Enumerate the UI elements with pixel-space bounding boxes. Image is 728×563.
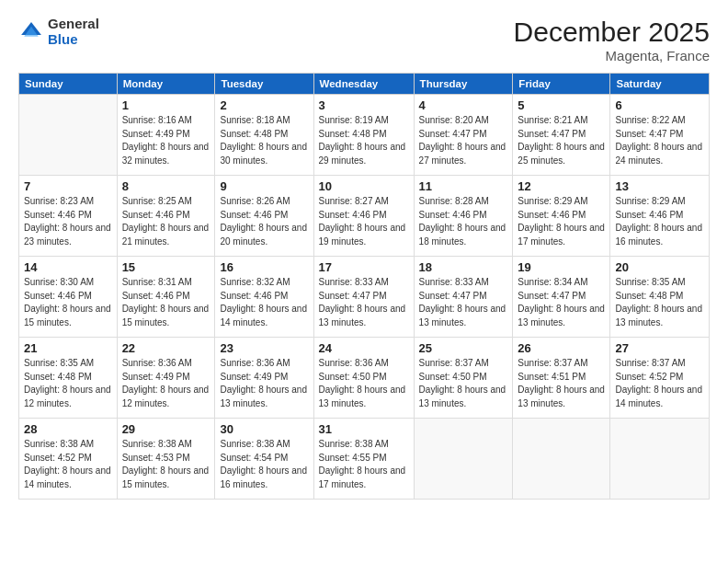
day-info: Sunrise: 8:26 AM Sunset: 4:46 PM Dayligh… <box>220 195 308 248</box>
day-info: Sunrise: 8:18 AM Sunset: 4:48 PM Dayligh… <box>220 114 308 167</box>
header: General Blue December 2025 Magenta, Fran… <box>18 17 710 63</box>
table-row: 6Sunrise: 8:22 AM Sunset: 4:47 PM Daylig… <box>610 95 710 176</box>
day-number: 27 <box>615 341 704 355</box>
table-row: 15Sunrise: 8:31 AM Sunset: 4:46 PM Dayli… <box>117 257 215 338</box>
day-number: 8 <box>122 179 210 193</box>
day-info: Sunrise: 8:20 AM Sunset: 4:47 PM Dayligh… <box>419 114 508 167</box>
day-number: 18 <box>419 260 508 274</box>
day-number: 3 <box>319 98 409 112</box>
day-number: 7 <box>24 179 112 193</box>
table-row <box>414 419 513 500</box>
table-row: 26Sunrise: 8:37 AM Sunset: 4:51 PM Dayli… <box>513 338 610 419</box>
table-row <box>19 95 118 176</box>
table-row: 27Sunrise: 8:37 AM Sunset: 4:52 PM Dayli… <box>610 338 710 419</box>
day-number: 31 <box>319 422 409 436</box>
col-friday: Friday <box>513 74 610 95</box>
col-tuesday: Tuesday <box>215 74 313 95</box>
day-info: Sunrise: 8:37 AM Sunset: 4:50 PM Dayligh… <box>419 357 508 410</box>
col-monday: Monday <box>117 74 215 95</box>
table-row: 9Sunrise: 8:26 AM Sunset: 4:46 PM Daylig… <box>215 176 313 257</box>
calendar-week-row: 21Sunrise: 8:35 AM Sunset: 4:48 PM Dayli… <box>19 338 710 419</box>
day-info: Sunrise: 8:36 AM Sunset: 4:49 PM Dayligh… <box>220 357 308 410</box>
day-number: 11 <box>419 179 508 193</box>
day-info: Sunrise: 8:28 AM Sunset: 4:46 PM Dayligh… <box>419 195 508 248</box>
calendar-table: Sunday Monday Tuesday Wednesday Thursday… <box>18 73 710 500</box>
day-number: 25 <box>419 341 508 355</box>
day-info: Sunrise: 8:38 AM Sunset: 4:55 PM Dayligh… <box>319 438 409 491</box>
day-info: Sunrise: 8:29 AM Sunset: 4:46 PM Dayligh… <box>615 195 704 248</box>
day-number: 24 <box>319 341 409 355</box>
table-row <box>513 419 610 500</box>
day-number: 28 <box>24 422 112 436</box>
logo: General Blue <box>18 17 99 47</box>
table-row: 18Sunrise: 8:33 AM Sunset: 4:47 PM Dayli… <box>414 257 513 338</box>
day-number: 13 <box>615 179 704 193</box>
day-info: Sunrise: 8:19 AM Sunset: 4:48 PM Dayligh… <box>319 114 409 167</box>
day-info: Sunrise: 8:36 AM Sunset: 4:49 PM Dayligh… <box>122 357 210 410</box>
title-area: December 2025 Magenta, France <box>514 17 710 63</box>
table-row: 20Sunrise: 8:35 AM Sunset: 4:48 PM Dayli… <box>610 257 710 338</box>
day-info: Sunrise: 8:22 AM Sunset: 4:47 PM Dayligh… <box>615 114 704 167</box>
day-info: Sunrise: 8:30 AM Sunset: 4:46 PM Dayligh… <box>24 276 112 329</box>
day-info: Sunrise: 8:27 AM Sunset: 4:46 PM Dayligh… <box>319 195 409 248</box>
day-number: 4 <box>419 98 508 112</box>
table-row: 14Sunrise: 8:30 AM Sunset: 4:46 PM Dayli… <box>19 257 118 338</box>
day-info: Sunrise: 8:31 AM Sunset: 4:46 PM Dayligh… <box>122 276 210 329</box>
day-number: 17 <box>319 260 409 274</box>
day-info: Sunrise: 8:35 AM Sunset: 4:48 PM Dayligh… <box>615 276 704 329</box>
day-number: 30 <box>220 422 308 436</box>
day-info: Sunrise: 8:23 AM Sunset: 4:46 PM Dayligh… <box>24 195 112 248</box>
page: General Blue December 2025 Magenta, Fran… <box>0 0 728 563</box>
day-info: Sunrise: 8:33 AM Sunset: 4:47 PM Dayligh… <box>419 276 508 329</box>
day-number: 12 <box>518 179 605 193</box>
day-number: 10 <box>319 179 409 193</box>
day-info: Sunrise: 8:16 AM Sunset: 4:49 PM Dayligh… <box>122 114 210 167</box>
table-row: 21Sunrise: 8:35 AM Sunset: 4:48 PM Dayli… <box>19 338 118 419</box>
day-number: 1 <box>122 98 210 112</box>
table-row: 23Sunrise: 8:36 AM Sunset: 4:49 PM Dayli… <box>215 338 313 419</box>
day-number: 6 <box>615 98 704 112</box>
table-row <box>610 419 710 500</box>
col-sunday: Sunday <box>19 74 118 95</box>
logo-general: General <box>48 17 99 32</box>
day-number: 29 <box>122 422 210 436</box>
day-number: 23 <box>220 341 308 355</box>
calendar-week-row: 1Sunrise: 8:16 AM Sunset: 4:49 PM Daylig… <box>19 95 710 176</box>
table-row: 11Sunrise: 8:28 AM Sunset: 4:46 PM Dayli… <box>414 176 513 257</box>
table-row: 19Sunrise: 8:34 AM Sunset: 4:47 PM Dayli… <box>513 257 610 338</box>
table-row: 7Sunrise: 8:23 AM Sunset: 4:46 PM Daylig… <box>19 176 118 257</box>
day-info: Sunrise: 8:21 AM Sunset: 4:47 PM Dayligh… <box>518 114 605 167</box>
table-row: 2Sunrise: 8:18 AM Sunset: 4:48 PM Daylig… <box>215 95 313 176</box>
day-info: Sunrise: 8:29 AM Sunset: 4:46 PM Dayligh… <box>518 195 605 248</box>
day-number: 16 <box>220 260 308 274</box>
table-row: 29Sunrise: 8:38 AM Sunset: 4:53 PM Dayli… <box>117 419 215 500</box>
table-row: 5Sunrise: 8:21 AM Sunset: 4:47 PM Daylig… <box>513 95 610 176</box>
day-number: 22 <box>122 341 210 355</box>
col-wednesday: Wednesday <box>313 74 414 95</box>
col-saturday: Saturday <box>610 74 710 95</box>
day-info: Sunrise: 8:34 AM Sunset: 4:47 PM Dayligh… <box>518 276 605 329</box>
table-row: 28Sunrise: 8:38 AM Sunset: 4:52 PM Dayli… <box>19 419 118 500</box>
calendar-week-row: 14Sunrise: 8:30 AM Sunset: 4:46 PM Dayli… <box>19 257 710 338</box>
table-row: 30Sunrise: 8:38 AM Sunset: 4:54 PM Dayli… <box>215 419 313 500</box>
day-info: Sunrise: 8:37 AM Sunset: 4:52 PM Dayligh… <box>615 357 704 410</box>
calendar-week-row: 28Sunrise: 8:38 AM Sunset: 4:52 PM Dayli… <box>19 419 710 500</box>
table-row: 3Sunrise: 8:19 AM Sunset: 4:48 PM Daylig… <box>313 95 414 176</box>
table-row: 25Sunrise: 8:37 AM Sunset: 4:50 PM Dayli… <box>414 338 513 419</box>
table-row: 22Sunrise: 8:36 AM Sunset: 4:49 PM Dayli… <box>117 338 215 419</box>
table-row: 17Sunrise: 8:33 AM Sunset: 4:47 PM Dayli… <box>313 257 414 338</box>
table-row: 10Sunrise: 8:27 AM Sunset: 4:46 PM Dayli… <box>313 176 414 257</box>
day-number: 14 <box>24 260 112 274</box>
month-title: December 2025 <box>514 17 710 48</box>
location: Magenta, France <box>514 48 710 63</box>
table-row: 31Sunrise: 8:38 AM Sunset: 4:55 PM Dayli… <box>313 419 414 500</box>
day-number: 21 <box>24 341 112 355</box>
logo-text: General Blue <box>48 17 99 47</box>
col-thursday: Thursday <box>414 74 513 95</box>
logo-blue: Blue <box>48 32 99 48</box>
table-row: 16Sunrise: 8:32 AM Sunset: 4:46 PM Dayli… <box>215 257 313 338</box>
day-number: 26 <box>518 341 605 355</box>
day-info: Sunrise: 8:33 AM Sunset: 4:47 PM Dayligh… <box>319 276 409 329</box>
day-number: 19 <box>518 260 605 274</box>
day-info: Sunrise: 8:38 AM Sunset: 4:52 PM Dayligh… <box>24 438 112 491</box>
